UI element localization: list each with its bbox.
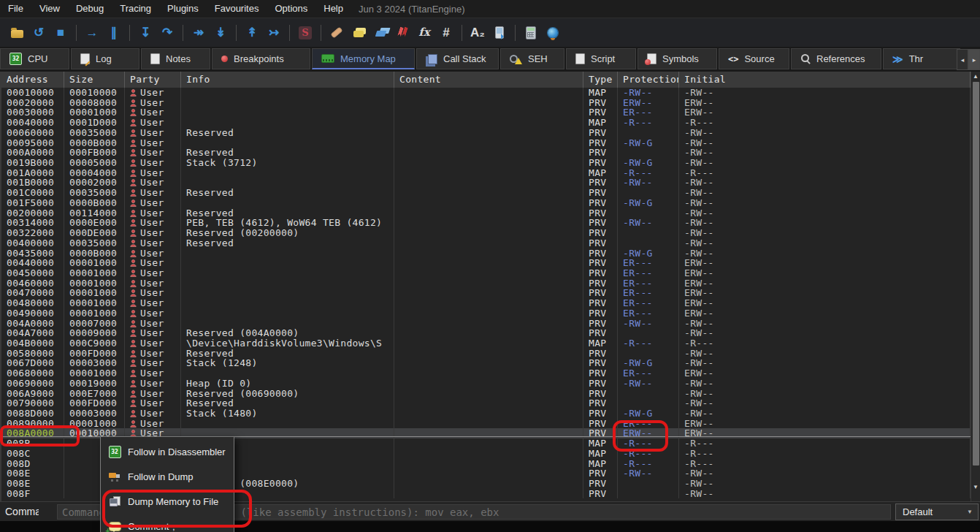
menu-plugins[interactable]: Plugins [159, 0, 207, 18]
tab-thr[interactable]: ≫Thr [883, 48, 960, 69]
table-row[interactable]: 0089000000001000UserPRVER---ERW-- [1, 419, 971, 429]
table-row[interactable]: 00790000000FD000UserReservedPRV-RW-- [1, 398, 971, 408]
run-to-user-code-icon[interactable]: ↣ [265, 23, 283, 42]
table-row[interactable]: 0088D00000003000UserStack (1480)PRV-RW-G… [1, 408, 971, 419]
cell-prot: ER--- [618, 308, 679, 319]
scroll-down-icon[interactable]: ▼ [971, 482, 980, 492]
script-s-icon[interactable]: S [296, 23, 314, 42]
menu-item-follow-in-disassembler[interactable]: 32Follow in Disassembler [101, 439, 234, 464]
cell-content [394, 398, 583, 408]
menu-view[interactable]: View [31, 0, 68, 18]
tab-script[interactable]: Script [566, 48, 636, 69]
menu-tracing[interactable]: Tracing [112, 0, 159, 18]
table-row[interactable]: 003140000000E000UserPEB, TEB (4612), WoW… [1, 218, 971, 228]
pause-icon[interactable]: ∥ [105, 23, 123, 42]
calculator-icon[interactable] [522, 23, 540, 42]
menu-item-comment[interactable]: Comment; [101, 514, 234, 532]
tab-breakpoints[interactable]: Breakpoints [212, 48, 310, 69]
tab-notes[interactable]: Notes [141, 48, 210, 69]
tab-references[interactable]: References [791, 48, 881, 69]
header-party[interactable]: Party [125, 72, 181, 88]
table-row[interactable]: 00580000000FD000UserReservedPRV-RW-- [1, 349, 971, 359]
run-icon[interactable]: → [83, 23, 101, 42]
globe-icon[interactable] [544, 23, 562, 42]
table-scrollbar[interactable]: ▲ ▼ [971, 72, 980, 501]
header-size[interactable]: Size [64, 72, 125, 88]
table-row[interactable]: 000950000000B000UserPRV-RW-G-RW-- [1, 138, 971, 148]
table-row[interactable]: 0020000000114000UserReservedPRV-RW-- [1, 208, 971, 218]
table-row[interactable]: 000A0000000FB000UserReservedPRV-RW-- [1, 148, 971, 158]
table-row[interactable]: 0040000000035000UserReservedPRV-RW-- [1, 238, 971, 248]
header-info[interactable]: Info [181, 72, 394, 88]
cell-prot: -R--- [618, 168, 679, 178]
table-row[interactable]: 0001000000010000UserMAP-RW---RW-- [1, 88, 971, 98]
tab-source[interactable]: <>Source [719, 48, 789, 69]
table-row[interactable]: 0068000000001000UserPRVER---ERW-- [1, 368, 971, 379]
menu-debug[interactable]: Debug [68, 0, 112, 18]
tab-scroll-right-button[interactable]: ▸ [968, 49, 980, 70]
tab-cpu[interactable]: 32CPU [0, 48, 69, 69]
tab-log[interactable]: Log [71, 48, 139, 69]
run-trace-icon[interactable]: ↠ [190, 23, 207, 42]
menu-options[interactable]: Options [267, 0, 315, 18]
scrollbar-thumb[interactable] [973, 82, 979, 466]
table-row[interactable]: 006A9000000E7000UserReserved (00690000)P… [1, 389, 971, 399]
table-row[interactable]: 004350000000B000UserPRV-RW-G-RW-- [1, 248, 971, 259]
menu-favourites[interactable]: Favourites [207, 0, 267, 18]
table-row[interactable]: 0003000000001000UserPRVER---ERW-- [1, 107, 971, 118]
header-type[interactable]: Type [583, 72, 618, 88]
table-row[interactable]: 004A000000007000UserPRV-RW---RW-- [1, 319, 971, 329]
execute-till-return-icon[interactable]: ↟ [243, 23, 261, 42]
table-row[interactable]: 004A700000009000UserReserved (004A0000)P… [1, 328, 971, 338]
table-row[interactable]: 0049000000001000UserPRVER---ERW-- [1, 308, 971, 319]
strings-az-icon[interactable]: A₂ [469, 23, 486, 42]
tab-call-stack[interactable]: Call Stack [416, 48, 499, 69]
header-address[interactable]: Address [1, 72, 64, 88]
table-row[interactable]: 0045000000001000UserPRVER---ERW-- [1, 268, 971, 278]
menu-file[interactable]: File [0, 0, 31, 18]
table-row[interactable]: 0047000000001000UserPRVER---ERW-- [1, 288, 971, 298]
patch-icon[interactable] [328, 23, 345, 42]
table-row[interactable]: 001C000000035000UserReservedPRV-RW-- [1, 188, 971, 198]
header-protection[interactable]: Protection [618, 72, 679, 88]
trace-into-icon[interactable]: ↡ [212, 23, 229, 42]
restart-icon[interactable]: ↺ [30, 23, 47, 42]
table-row[interactable]: 0067D00000003000UserStack (1248)PRV-RW-G… [1, 358, 971, 368]
hash-icon[interactable]: # [437, 23, 455, 42]
table-row[interactable]: 0019B00000005000UserStack (3712)PRV-RW-G… [1, 158, 971, 168]
menu-item-follow-in-dump[interactable]: Follow in Dump [101, 464, 234, 489]
table-row[interactable]: 001F50000000B000UserPRV-RW-G-RW-- [1, 198, 971, 208]
header-initial[interactable]: Initial [679, 72, 971, 88]
table-row[interactable]: 0046000000001000UserPRVER---ERW-- [1, 278, 971, 289]
menu-item-dump-memory-to-file[interactable]: Dump Memory to File [101, 489, 234, 514]
header-content[interactable]: Content [394, 72, 583, 88]
comments-icon[interactable] [350, 23, 367, 42]
table-row[interactable]: 000400000001D000UserMAP-R----R--- [1, 118, 971, 128]
table-row[interactable]: 0069000000019000UserHeap (ID 0)PRV-RW---… [1, 379, 971, 389]
step-over-icon[interactable]: ↷ [158, 23, 176, 42]
table-row[interactable]: 0006000000035000UserReservedPRV-RW-- [1, 128, 971, 138]
functions-icon[interactable]: fx [416, 23, 433, 42]
table-row[interactable]: 004B0000000C9000User\Device\HarddiskVolu… [1, 338, 971, 349]
step-into-icon[interactable]: ↧ [137, 23, 154, 42]
table-row[interactable]: 001A000000004000UserMAP-R----R--- [1, 168, 971, 178]
profile-dropdown[interactable]: Default ▼ [895, 503, 979, 520]
table-row[interactable]: 0048000000001000UserPRVER---ERW-- [1, 298, 971, 308]
table-row[interactable]: 0002000000008000UserPRVERW--ERW-- [1, 98, 971, 108]
tab-memory-map[interactable]: Memory Map [312, 48, 415, 69]
bookmarks-icon-shape [397, 27, 407, 38]
tab-symbols[interactable]: Symbols [638, 48, 717, 69]
cell-info: Reserved [181, 349, 394, 359]
bookmarks-icon[interactable] [394, 23, 411, 42]
labels-icon[interactable] [372, 23, 389, 42]
table-row[interactable]: 001B000000002000UserPRV-RW---RW-- [1, 178, 971, 188]
table-row[interactable]: 00322000000DE000UserReserved (00200000)P… [1, 228, 971, 238]
open-file-icon[interactable] [8, 23, 26, 42]
stop-icon[interactable]: ■ [52, 23, 69, 42]
table-row[interactable]: 0044000000001000UserPRVER---ERW-- [1, 258, 971, 268]
tab-scroll-left-button[interactable]: ◂ [957, 49, 968, 70]
scroll-up-icon[interactable]: ▲ [971, 72, 980, 81]
tab-seh[interactable]: SEH [500, 48, 564, 69]
menu-help[interactable]: Help [315, 0, 351, 18]
phone-icon[interactable] [491, 23, 508, 42]
